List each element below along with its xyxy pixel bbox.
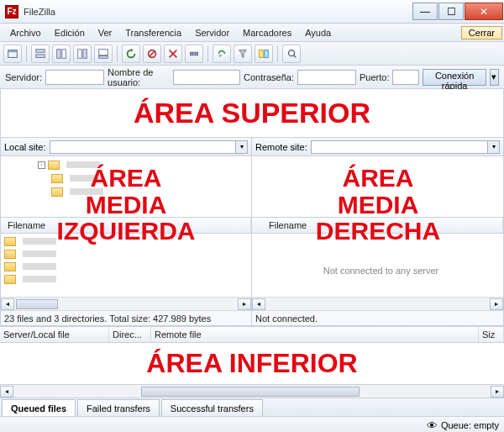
svg-line-19 (294, 55, 297, 57)
queue-list[interactable]: ÁREA INFERIOR (0, 343, 504, 385)
queue-col-direction[interactable]: Direc... (109, 327, 151, 342)
menubar: Archivo Edición Ver Transferencia Servid… (0, 24, 504, 42)
svg-rect-4 (57, 49, 60, 58)
tab-queued[interactable]: Queued files (2, 399, 76, 416)
queue-col-server[interactable]: Server/Local file (0, 327, 109, 342)
toggle-log-icon[interactable] (31, 45, 50, 63)
svg-rect-7 (83, 49, 87, 58)
menu-edit[interactable]: Edición (48, 26, 92, 40)
svg-point-18 (289, 50, 295, 55)
folder-icon (51, 187, 63, 197)
queue-icon: 👁 (427, 419, 438, 432)
local-filelist[interactable] (1, 234, 251, 297)
tab-failed[interactable]: Failed transfers (77, 399, 160, 416)
svg-rect-17 (265, 50, 268, 57)
port-label: Puerto: (360, 72, 389, 82)
annotation-top: ÁREA SUPERIOR (134, 98, 370, 129)
toolbar (0, 42, 504, 66)
maximize-button[interactable]: ☐ (438, 3, 464, 20)
svg-rect-3 (36, 54, 45, 57)
sync-browsing-icon[interactable] (282, 45, 301, 63)
toggle-queue-icon[interactable] (94, 45, 113, 63)
menu-file[interactable]: Archivo (3, 26, 48, 40)
queue-scrollbar[interactable]: ◂ ▸ (0, 385, 504, 398)
pass-input[interactable] (297, 70, 356, 85)
local-pane: Local site: ▾ + Filename ◂ ▸ 23 files an… (0, 138, 252, 326)
quickconnect-dropdown[interactable]: ▾ (490, 69, 499, 86)
local-site-dropdown[interactable]: ▾ (236, 140, 248, 154)
remote-status: Not connected. (252, 310, 503, 325)
host-label: Servidor: (5, 72, 42, 82)
remote-filename-header[interactable]: Filename (265, 218, 503, 233)
scroll-right-icon[interactable]: ▸ (490, 298, 503, 310)
not-connected-text: Not connected to any server (255, 266, 503, 276)
remote-site-label: Remote site: (255, 142, 307, 152)
svg-rect-8 (99, 49, 108, 55)
scroll-right-icon[interactable]: ▸ (491, 386, 504, 398)
refresh-icon[interactable] (122, 45, 140, 63)
menu-server[interactable]: Servidor (188, 26, 236, 40)
port-input[interactable] (392, 70, 419, 85)
minimize-button[interactable]: — (412, 3, 438, 20)
host-input[interactable] (45, 70, 104, 85)
folder-icon (4, 237, 16, 246)
folder-icon (48, 161, 60, 170)
queue-col-remote[interactable]: Remote file (151, 327, 479, 342)
folder-icon (4, 275, 16, 284)
statusbar: 👁 Queue: empty (0, 417, 504, 432)
queue-tabs: Queued files Failed transfers Successful… (0, 398, 504, 417)
local-site-input[interactable] (50, 140, 236, 154)
cerrar-button[interactable]: Cerrar (461, 26, 502, 40)
scroll-thumb[interactable] (16, 299, 58, 309)
remote-pane: Remote site: ▾ Filename Not connected to… (252, 138, 504, 326)
filter-icon[interactable] (234, 45, 252, 63)
svg-rect-1 (8, 50, 18, 52)
close-button[interactable]: ✕ (465, 3, 503, 20)
local-filename-header[interactable]: Filename (4, 218, 251, 233)
local-tree[interactable]: + (1, 156, 251, 217)
titlebar: Fz FileZilla — ☐ ✕ (0, 0, 504, 24)
svg-rect-16 (260, 50, 263, 57)
scroll-right-icon[interactable]: ▸ (238, 298, 251, 310)
user-label: Nombre de usuario: (108, 67, 170, 87)
folder-icon (4, 262, 16, 271)
remote-filelist[interactable]: Not connected to any server (252, 234, 503, 297)
app-icon: Fz (5, 5, 18, 18)
svg-rect-6 (78, 49, 81, 58)
svg-line-11 (150, 50, 155, 56)
toggle-tree-icon[interactable] (52, 45, 71, 63)
process-queue-icon[interactable] (143, 45, 161, 63)
queue-status-label: Queue: empty (441, 420, 499, 430)
reconnect-icon[interactable] (213, 45, 231, 63)
local-site-label: Local site: (4, 142, 46, 152)
menu-bookmarks[interactable]: Marcadores (236, 26, 298, 40)
svg-rect-14 (191, 52, 194, 55)
site-manager-icon[interactable] (3, 45, 22, 63)
remote-scrollbar[interactable]: ◂ ▸ (252, 297, 503, 310)
scroll-left-icon[interactable]: ◂ (0, 386, 13, 398)
scroll-thumb[interactable] (141, 387, 360, 397)
toggle-remote-tree-icon[interactable] (73, 45, 92, 63)
scroll-left-icon[interactable]: ◂ (252, 298, 265, 310)
local-scrollbar[interactable]: ◂ ▸ (1, 297, 251, 310)
cancel-icon[interactable] (164, 45, 182, 63)
menu-view[interactable]: Ver (92, 26, 119, 40)
disconnect-icon[interactable] (185, 45, 203, 63)
expand-icon[interactable]: + (38, 161, 45, 169)
quickconnect-button[interactable]: Conexión rápida (423, 69, 486, 86)
svg-rect-5 (62, 49, 66, 58)
user-input[interactable] (173, 70, 240, 85)
tab-success[interactable]: Successful transfers (161, 399, 263, 416)
folder-icon (4, 250, 16, 259)
svg-rect-2 (36, 49, 45, 52)
app-title: FileZilla (24, 7, 55, 17)
remote-site-input[interactable] (311, 140, 488, 154)
menu-transfer[interactable]: Transferencia (118, 26, 188, 40)
quickconnect-bar: Servidor: Nombre de usuario: Contraseña:… (0, 66, 504, 89)
remote-site-dropdown[interactable]: ▾ (488, 140, 500, 154)
compare-icon[interactable] (255, 45, 273, 63)
remote-tree[interactable] (252, 156, 503, 217)
scroll-left-icon[interactable]: ◂ (1, 298, 14, 310)
queue-col-size[interactable]: Siz (479, 327, 504, 342)
menu-help[interactable]: Ayuda (298, 26, 338, 40)
